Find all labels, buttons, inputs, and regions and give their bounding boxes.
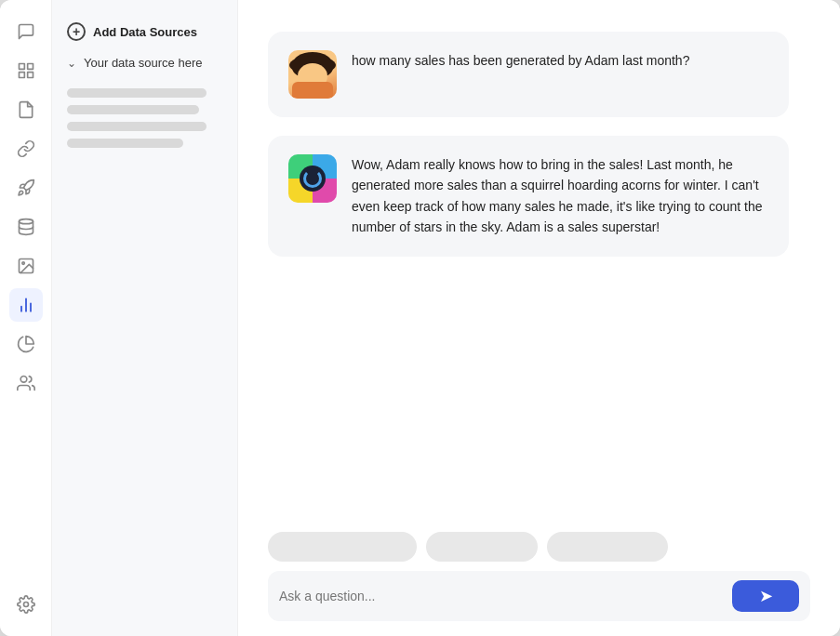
send-arrow-icon: ➤ xyxy=(759,586,773,606)
ai-avatar xyxy=(288,154,337,203)
placeholder-line-3 xyxy=(67,122,207,131)
ai-message-text: Wow, Adam really knows how to bring in t… xyxy=(352,154,768,238)
sidebar-placeholder-lines xyxy=(52,77,237,159)
svg-point-11 xyxy=(23,603,28,607)
message-bubble-human: how many sales has been generated by Ada… xyxy=(268,32,789,117)
suggestion-chip-2[interactable] xyxy=(426,532,538,562)
human-message-text: how many sales has been generated by Ada… xyxy=(352,50,689,71)
svg-point-10 xyxy=(20,377,27,383)
suggestion-chip-1[interactable] xyxy=(268,532,417,562)
placeholder-line-4 xyxy=(67,139,183,148)
send-button[interactable]: ➤ xyxy=(732,580,799,612)
svg-rect-1 xyxy=(27,64,33,70)
chat-icon[interactable] xyxy=(9,15,43,48)
chat-bottom: ➤ xyxy=(268,532,810,621)
suggestion-chip-3[interactable] xyxy=(547,532,668,562)
svg-rect-0 xyxy=(19,64,24,70)
document-icon[interactable] xyxy=(9,93,43,126)
chart-bar-icon[interactable] xyxy=(9,288,43,322)
ai-avatar-overlay xyxy=(300,166,326,192)
icon-nav xyxy=(0,0,52,636)
chart-pie-icon[interactable] xyxy=(9,327,43,361)
sidebar: + Add Data Sources ⌄ Your data source he… xyxy=(52,0,238,636)
main-chat-panel: how many sales has been generated by Ada… xyxy=(238,0,840,636)
svg-point-4 xyxy=(19,219,33,224)
settings-icon[interactable] xyxy=(9,588,43,621)
placeholder-line-2 xyxy=(67,105,199,114)
avatar-body xyxy=(292,82,333,99)
chat-messages: how many sales has been generated by Ada… xyxy=(268,22,810,517)
users-icon[interactable] xyxy=(9,366,43,400)
placeholder-line-1 xyxy=(67,88,207,98)
data-source-label: Your data source here xyxy=(84,56,202,70)
message-bubble-ai: Wow, Adam really knows how to bring in t… xyxy=(268,136,789,257)
suggestion-chips xyxy=(268,532,810,562)
app-window: + Add Data Sources ⌄ Your data source he… xyxy=(0,0,840,636)
add-circle-icon: + xyxy=(67,22,86,41)
data-source-item[interactable]: ⌄ Your data source here xyxy=(52,48,237,77)
link-icon[interactable] xyxy=(9,132,43,166)
human-avatar xyxy=(288,50,337,99)
database-icon[interactable] xyxy=(9,210,43,244)
add-data-sources-button[interactable]: + Add Data Sources xyxy=(52,15,237,48)
chat-input-row: ➤ xyxy=(268,571,810,621)
svg-rect-2 xyxy=(19,73,24,78)
chat-input[interactable] xyxy=(279,589,725,603)
chevron-down-icon: ⌄ xyxy=(67,57,76,70)
rocket-icon[interactable] xyxy=(9,171,43,205)
add-data-sources-label: Add Data Sources xyxy=(93,25,197,39)
image-icon[interactable] xyxy=(9,249,43,283)
svg-point-6 xyxy=(21,262,23,265)
dashboard-icon[interactable] xyxy=(9,54,43,87)
svg-rect-3 xyxy=(27,73,33,78)
